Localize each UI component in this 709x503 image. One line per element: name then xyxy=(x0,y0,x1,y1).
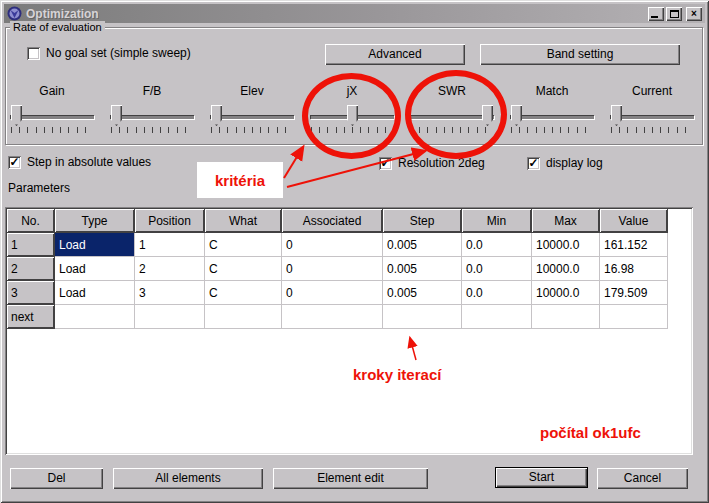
cell-max[interactable] xyxy=(532,305,600,329)
cell-what[interactable]: C xyxy=(205,233,282,257)
slider-gain[interactable]: Gain xyxy=(8,84,96,136)
slider-label: Gain xyxy=(8,84,96,99)
cell-step[interactable]: 0.005 xyxy=(383,233,462,257)
close-button[interactable]: × xyxy=(686,7,702,21)
parameters-table[interactable]: No. Type Position What Associated Step M… xyxy=(5,207,693,455)
cell-position[interactable] xyxy=(135,305,205,329)
row-header[interactable]: 2 xyxy=(7,257,55,281)
col-header-associated[interactable]: Associated xyxy=(282,209,383,233)
pocital-annotation: počítal ok1ufc xyxy=(540,424,641,441)
cancel-button[interactable]: Cancel xyxy=(597,468,688,489)
cell-min[interactable]: 0.0 xyxy=(462,257,532,281)
checkbox-box[interactable]: ✓ xyxy=(8,156,21,169)
band-setting-button[interactable]: Band setting xyxy=(480,44,680,65)
cell-max[interactable]: 10000.0 xyxy=(532,257,600,281)
cell-associated[interactable] xyxy=(282,305,383,329)
slider-ticks xyxy=(511,127,593,133)
title-bar[interactable]: Optimization × xyxy=(4,4,705,23)
col-header-what[interactable]: What xyxy=(205,209,282,233)
cell-type[interactable]: Load xyxy=(55,281,135,305)
col-header-value[interactable]: Value xyxy=(600,209,668,233)
minimize-button[interactable] xyxy=(648,7,664,21)
all-elements-button[interactable]: All elements xyxy=(113,468,263,489)
cell-associated[interactable]: 0 xyxy=(282,233,383,257)
row-header[interactable]: 1 xyxy=(7,233,55,257)
col-header-no[interactable]: No. xyxy=(7,209,55,233)
cell-step[interactable]: 0.005 xyxy=(383,257,462,281)
checkbox-box[interactable] xyxy=(27,47,40,60)
slider-elev[interactable]: Elev xyxy=(208,84,296,136)
cell-min[interactable] xyxy=(462,305,532,329)
slider-thumb[interactable] xyxy=(482,105,493,126)
slider-ticks xyxy=(11,127,93,133)
checkbox-label: Resolution 2deg xyxy=(398,156,485,170)
kroky-iteraci-annotation: kroky iterací xyxy=(353,366,441,383)
checkbox-box[interactable]: ✓ xyxy=(527,157,540,170)
del-button[interactable]: Del xyxy=(10,468,103,489)
cell-step[interactable]: 0.005 xyxy=(383,281,462,305)
kriteria-annotation-text: kritéria xyxy=(215,172,265,189)
slider-track[interactable] xyxy=(510,115,594,119)
slider-track[interactable] xyxy=(10,115,94,119)
slider-swr[interactable]: SWR xyxy=(408,84,496,136)
col-header-position[interactable]: Position xyxy=(135,209,205,233)
slider-track[interactable] xyxy=(410,115,494,119)
cell-type[interactable]: Load xyxy=(55,257,135,281)
advanced-button[interactable]: Advanced xyxy=(325,44,465,65)
start-button[interactable]: Start xyxy=(495,467,588,488)
resolution-checkbox[interactable]: ✓ Resolution 2deg xyxy=(379,156,485,170)
checkbox-label: No goal set (simple sweep) xyxy=(46,46,191,60)
col-header-max[interactable]: Max xyxy=(532,209,600,233)
no-goal-checkbox[interactable]: No goal set (simple sweep) xyxy=(27,46,191,60)
cell-value[interactable]: 179.509 xyxy=(600,281,668,305)
maximize-button[interactable] xyxy=(666,7,682,21)
checkbox-label: Step in absolute values xyxy=(27,155,151,169)
cell-type[interactable] xyxy=(55,305,135,329)
checkbox-box[interactable]: ✓ xyxy=(379,157,392,170)
step-absolute-checkbox[interactable]: ✓ Step in absolute values xyxy=(8,155,151,169)
slider-thumb[interactable] xyxy=(511,105,522,126)
minimize-icon xyxy=(651,16,658,18)
cell-position[interactable]: 1 xyxy=(135,233,205,257)
slider-match[interactable]: Match xyxy=(508,84,596,136)
row-header[interactable]: next xyxy=(7,305,55,329)
maximize-icon xyxy=(670,10,679,18)
cell-min[interactable]: 0.0 xyxy=(462,233,532,257)
window-title: Optimization xyxy=(26,7,646,21)
slider-thumb[interactable] xyxy=(111,105,122,126)
cell-what[interactable]: C xyxy=(205,281,282,305)
close-icon: × xyxy=(691,9,697,19)
cell-associated[interactable]: 0 xyxy=(282,257,383,281)
cell-associated[interactable]: 0 xyxy=(282,281,383,305)
slider-current[interactable]: Current xyxy=(608,84,696,136)
cell-type[interactable]: Load xyxy=(55,233,135,257)
cell-min[interactable]: 0.0 xyxy=(462,281,532,305)
cell-max[interactable]: 10000.0 xyxy=(532,281,600,305)
cell-value[interactable]: 161.152 xyxy=(600,233,668,257)
row-header[interactable]: 3 xyxy=(7,281,55,305)
slider-track[interactable] xyxy=(610,115,694,119)
slider-track[interactable] xyxy=(210,115,294,119)
slider-jx[interactable]: jX xyxy=(308,84,396,136)
cell-position[interactable]: 2 xyxy=(135,257,205,281)
slider-track[interactable] xyxy=(110,115,194,119)
cell-what[interactable] xyxy=(205,305,282,329)
cell-max[interactable]: 10000.0 xyxy=(532,233,600,257)
col-header-type[interactable]: Type xyxy=(55,209,135,233)
cell-what[interactable]: C xyxy=(205,257,282,281)
slider-fb[interactable]: F/B xyxy=(108,84,196,136)
slider-thumb[interactable] xyxy=(611,105,622,126)
cell-step[interactable] xyxy=(383,305,462,329)
slider-thumb[interactable] xyxy=(347,105,358,126)
display-log-checkbox[interactable]: ✓ display log xyxy=(527,156,603,170)
col-header-min[interactable]: Min xyxy=(462,209,532,233)
col-header-step[interactable]: Step xyxy=(383,209,462,233)
slider-ticks xyxy=(111,127,193,133)
cell-position[interactable]: 3 xyxy=(135,281,205,305)
slider-thumb[interactable] xyxy=(211,105,222,126)
cell-value[interactable] xyxy=(600,305,668,329)
cell-value[interactable]: 16.98 xyxy=(600,257,668,281)
slider-thumb[interactable] xyxy=(11,105,22,126)
element-edit-button[interactable]: Element edit xyxy=(273,468,428,489)
slider-label: Elev xyxy=(208,84,296,99)
